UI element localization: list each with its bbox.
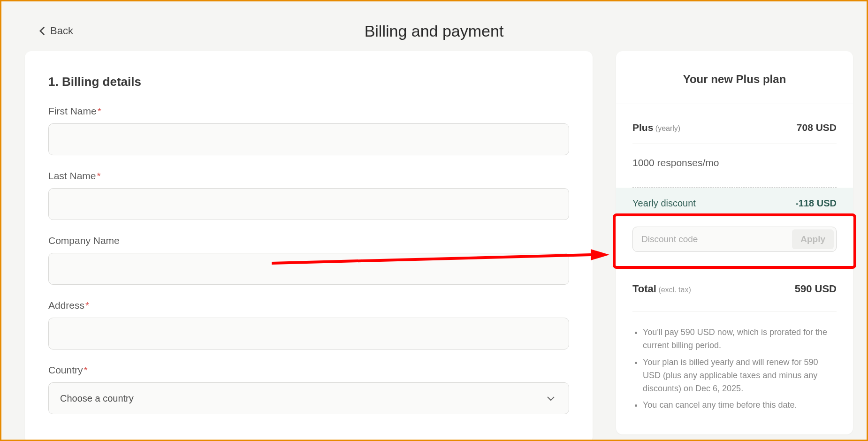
address-group: Address*: [48, 300, 569, 350]
billing-details-card: 1. Billing details First Name* Last Name…: [25, 51, 593, 441]
chevron-left-icon: [39, 26, 46, 36]
total-label-wrap: Total (excl. tax): [632, 283, 691, 295]
company-name-group: Company Name: [48, 235, 569, 285]
plan-name: Plus: [632, 122, 653, 133]
country-group: Country* Choose a country: [48, 365, 569, 414]
country-select[interactable]: Choose a country: [48, 382, 569, 414]
plan-price: 708 USD: [797, 122, 837, 133]
required-mark: *: [98, 106, 101, 116]
note-item: Your plan is billed yearly and will rene…: [643, 356, 837, 395]
billing-heading: 1. Billing details: [48, 75, 569, 89]
discount-code-highlight: Apply: [613, 213, 856, 269]
first-name-group: First Name*: [48, 106, 569, 155]
plan-period: (yearly): [655, 124, 680, 132]
last-name-input[interactable]: [48, 188, 569, 220]
content-area: 1. Billing details First Name* Last Name…: [1, 51, 867, 441]
page-header: Back Billing and payment: [1, 1, 867, 51]
yearly-discount-row: Yearly discount -118 USD: [616, 188, 853, 213]
address-label: Address*: [48, 300, 569, 311]
company-name-input[interactable]: [48, 253, 569, 285]
required-mark: *: [85, 300, 89, 311]
country-label: Country*: [48, 365, 569, 376]
total-row: Total (excl. tax) 590 USD: [632, 269, 837, 312]
page-title: Billing and payment: [365, 22, 504, 40]
discount-value: -118 USD: [795, 198, 837, 209]
apply-button[interactable]: Apply: [792, 229, 834, 249]
discount-code-wrapper: Apply: [632, 227, 837, 252]
total-label: Total: [632, 283, 656, 295]
first-name-label: First Name*: [48, 106, 569, 117]
company-name-label: Company Name: [48, 235, 569, 246]
discount-code-input[interactable]: [633, 227, 790, 251]
plan-notes: You'll pay 590 USD now, which is prorate…: [632, 312, 837, 434]
last-name-group: Last Name*: [48, 170, 569, 220]
plan-price-row: Plus (yearly) 708 USD: [632, 104, 837, 144]
plan-title: Your new Plus plan: [616, 51, 853, 104]
responses-line: 1000 responses/mo: [632, 144, 837, 188]
note-item: You'll pay 590 USD now, which is prorate…: [643, 326, 837, 352]
required-mark: *: [97, 170, 101, 181]
required-mark: *: [84, 365, 88, 375]
back-button[interactable]: Back: [39, 25, 73, 37]
last-name-label: Last Name*: [48, 170, 569, 182]
total-sublabel: (excl. tax): [658, 286, 691, 294]
plan-summary-card: Your new Plus plan Plus (yearly) 708 USD…: [616, 51, 853, 434]
note-item: You can cancel any time before this date…: [643, 399, 837, 412]
first-name-input[interactable]: [48, 123, 569, 155]
address-input[interactable]: [48, 318, 569, 350]
total-value: 590 USD: [795, 283, 837, 295]
back-label: Back: [50, 25, 73, 37]
discount-label: Yearly discount: [632, 198, 696, 209]
plan-name-wrap: Plus (yearly): [632, 122, 680, 133]
